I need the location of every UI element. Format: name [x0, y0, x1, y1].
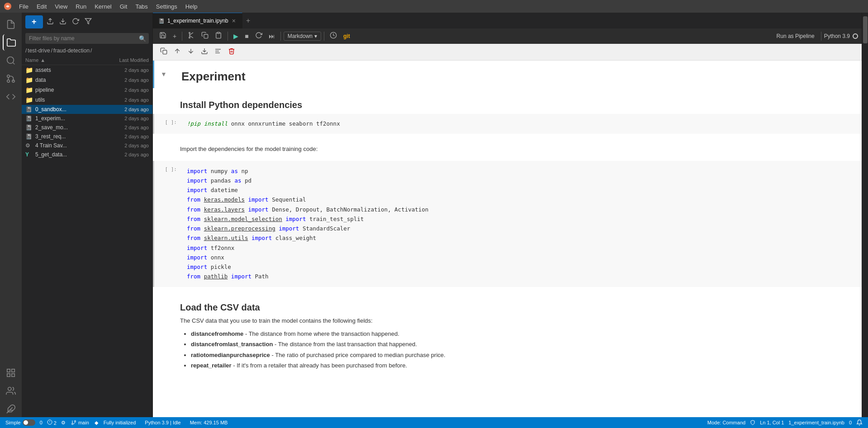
run-pipeline-button[interactable]: Run as Pipeline	[773, 32, 818, 40]
bell-icon[interactable]	[856, 419, 863, 426]
notebook-content[interactable]: ▼ Experiment Install Python dependencies…	[153, 44, 862, 417]
breadcrumb-fraud[interactable]: fraud-detection	[53, 47, 90, 54]
menu-view[interactable]: View	[51, 2, 71, 11]
stop-button[interactable]: ■	[242, 31, 251, 41]
svg-point-1	[7, 57, 14, 64]
svg-rect-10	[7, 374, 10, 376]
pip-code: !pip install onnx onnxruntime seaborn tf…	[187, 119, 856, 128]
filter-button[interactable]	[83, 16, 94, 28]
cell-body-2[interactable]: import numpy as np import pandas as pd i…	[181, 163, 862, 285]
add-cell-button[interactable]: +	[170, 31, 179, 41]
activity-git[interactable]	[3, 71, 19, 87]
install-section: Install Python dependencies	[153, 88, 862, 110]
heading-cell: ▼ Experiment	[153, 61, 862, 88]
menu-git[interactable]: Git	[116, 2, 131, 11]
menu-file[interactable]: File	[15, 2, 32, 11]
svg-marker-16	[85, 19, 91, 24]
activity-users[interactable]	[3, 383, 19, 399]
activity-explorer[interactable]	[3, 34, 19, 51]
paste-button[interactable]	[212, 30, 225, 42]
collapse-button[interactable]: ▼	[161, 71, 167, 78]
new-button[interactable]: +	[25, 15, 43, 28]
cut-button[interactable]	[185, 30, 198, 42]
git-branch[interactable]: main	[71, 420, 89, 425]
sidebar: + 🔍 / test-drive / fraud-detection /	[22, 13, 153, 417]
breadcrumb-root[interactable]: test-drive	[28, 47, 50, 54]
folder-icon: 📁	[25, 86, 33, 94]
date-experiment: 2 days ago	[108, 116, 149, 121]
warning-count: 2	[47, 419, 57, 426]
download-button[interactable]	[57, 16, 68, 28]
file-row-utils[interactable]: 📁 utils 2 days ago	[22, 95, 152, 105]
file-row-data[interactable]: 📁 data 2 days ago	[22, 75, 152, 85]
field-distancefromhome: distancefromhome - The distance from hom…	[191, 329, 844, 339]
folder-icon: 📁	[25, 66, 33, 74]
svg-point-37	[71, 423, 73, 425]
menu-edit[interactable]: Edit	[33, 2, 50, 11]
pip-install-cell[interactable]: [ ]: !pip install onnx onnxruntime seabo…	[153, 114, 862, 134]
file-row-sandbox[interactable]: 📓 0_sandbox... 2 days ago	[22, 105, 152, 114]
date-data: 2 days ago	[108, 77, 149, 83]
activity-extensions[interactable]	[3, 365, 19, 381]
scrollbar-thumb[interactable]	[863, 16, 868, 43]
menu-kernel[interactable]: Kernel	[91, 2, 115, 11]
activity-files[interactable]	[3, 16, 19, 33]
svg-rect-8	[12, 369, 14, 372]
restart-button[interactable]	[252, 30, 265, 42]
copy-cell-button[interactable]	[158, 47, 169, 57]
menu-help[interactable]: Help	[182, 2, 201, 11]
simple-toggle[interactable]: Simple	[5, 419, 35, 426]
svg-rect-7	[7, 369, 10, 372]
format-cell-button[interactable]	[213, 47, 223, 57]
file-tree-header: Name ▲ Last Modified	[22, 56, 152, 65]
file-row-train[interactable]: ⚙ 4 Train Sav... 2 days ago	[22, 141, 152, 150]
search-icon[interactable]: 🔍	[139, 35, 146, 42]
file-row-pipeline[interactable]: 📁 pipeline 2 days ago	[22, 85, 152, 95]
error-count[interactable]: 0	[40, 420, 43, 425]
imports-cell[interactable]: [ ]: import numpy as np import pandas as…	[153, 161, 862, 287]
history-button[interactable]	[327, 30, 340, 42]
settings-icon[interactable]: ⚙	[61, 420, 66, 426]
refresh-button[interactable]	[70, 16, 81, 28]
file-row-getdata[interactable]: Y 5_get_data... 2 days ago	[22, 150, 152, 159]
menu-tabs[interactable]: Tabs	[132, 2, 151, 11]
search-input[interactable]	[25, 33, 149, 44]
file-row-experiment[interactable]: 📓 1_experim... 2 days ago	[22, 114, 152, 123]
file-row-assets[interactable]: 📁 assets 2 days ago	[22, 65, 152, 75]
breadcrumb-sep3: /	[90, 47, 92, 54]
tab-add-button[interactable]: +	[242, 15, 254, 27]
cell-gutter-1: [ ]:	[154, 116, 181, 132]
activity-search[interactable]	[3, 52, 19, 69]
tab-close-button[interactable]: ×	[231, 17, 237, 24]
cell-type-dropdown[interactable]: Markdown ▾	[284, 32, 321, 41]
csv-heading: Load the CSV data	[180, 302, 844, 313]
delete-cell-button[interactable]	[226, 47, 237, 57]
run-button[interactable]: ▶	[231, 31, 241, 41]
upload-button[interactable]	[45, 16, 56, 28]
toggle-track[interactable]	[23, 419, 35, 426]
filename-train: 4 Train Sav...	[35, 142, 108, 149]
tab-experiment[interactable]: 📓 1_experiment_train.ipynb ×	[153, 13, 242, 28]
save-button[interactable]	[157, 30, 169, 42]
activity-code[interactable]	[3, 89, 19, 105]
menu-run[interactable]: Run	[72, 2, 90, 11]
col-name-header[interactable]: Name ▲	[25, 57, 108, 63]
copy-button[interactable]	[199, 30, 211, 42]
file-row-rest[interactable]: 📓 3_rest_req... 2 days ago	[22, 132, 152, 141]
current-filename: 1_experiment_train.ipynb	[788, 420, 844, 425]
file-row-save[interactable]: 📓 2_save_mo... 2 days ago	[22, 123, 152, 132]
move-up-button[interactable]	[172, 47, 183, 57]
git-button[interactable]: git	[341, 32, 353, 40]
svg-rect-22	[204, 34, 208, 38]
restart-run-button[interactable]: ⏭	[266, 31, 278, 41]
field-repeat-retailer: repeat_retailer - If it's from a retaile…	[191, 360, 844, 371]
menu-settings[interactable]: Settings	[152, 2, 181, 11]
svg-rect-9	[12, 374, 14, 376]
activity-puzzle[interactable]	[3, 401, 19, 417]
move-down-button[interactable]	[185, 47, 196, 57]
download-cell-button[interactable]	[199, 47, 210, 57]
svg-point-36	[74, 421, 76, 422]
svg-point-5	[7, 80, 10, 83]
cell-body-1[interactable]: !pip install onnx onnxruntime seaborn tf…	[181, 116, 862, 132]
diamond-icon: ◆	[95, 420, 98, 426]
